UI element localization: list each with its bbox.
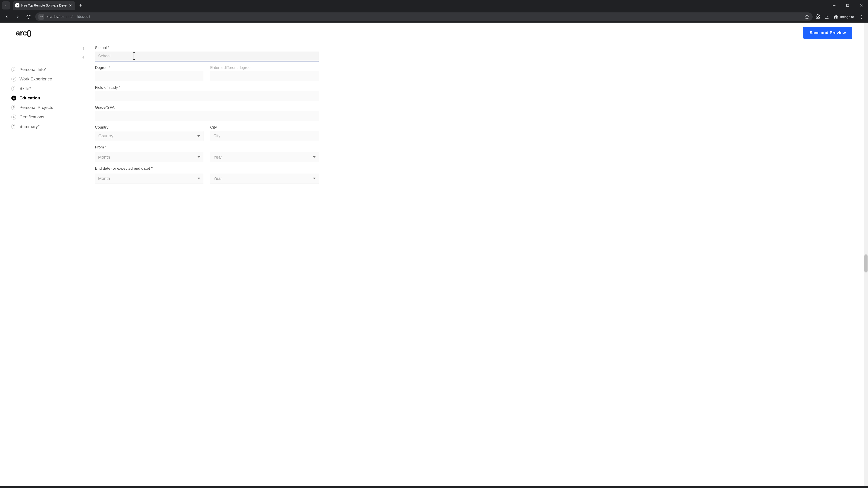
step-label: Personal Info* — [20, 67, 46, 72]
steps-sidebar: 1Personal Info*2Work Experience3Skills*4… — [11, 46, 74, 188]
address-bar-icons — [804, 14, 809, 19]
from-label: From * — [95, 145, 319, 150]
school-input[interactable] — [95, 52, 319, 61]
step-label: Education — [20, 96, 40, 101]
bookmark-icon[interactable] — [804, 14, 809, 19]
svg-point-6 — [42, 16, 42, 16]
step-item-work-experience[interactable]: 2Work Experience — [11, 76, 74, 82]
step-label: Work Experience — [20, 76, 52, 82]
country-placeholder: Country — [98, 133, 114, 138]
tab-favicon: ↗ — [16, 3, 20, 7]
grade-label: Grade/GPA — [95, 105, 319, 110]
browser-chrome: ↗ Hire Top Remote Software Deve ✕ + arc.… — [0, 0, 868, 23]
step-item-certifications[interactable]: 6Certifications — [11, 115, 74, 120]
degree-label: Degree * — [95, 66, 204, 70]
from-month-select[interactable]: Month — [95, 152, 204, 162]
end-year-placeholder: Year — [213, 176, 222, 181]
step-item-personal-projects[interactable]: 5Personal Projects — [11, 105, 74, 110]
browser-menu-button[interactable]: ⋮ — [858, 14, 865, 20]
city-label: City — [210, 125, 319, 130]
chevron-down-icon — [197, 135, 200, 137]
step-item-personal-info[interactable]: 1Personal Info* — [11, 67, 74, 72]
extensions-icon[interactable] — [815, 14, 820, 19]
move-down-icon[interactable] — [81, 55, 86, 59]
site-info-icon[interactable] — [38, 14, 44, 20]
other-degree-label: Enter a different degree — [210, 66, 319, 70]
text-cursor-icon — [132, 53, 135, 60]
step-item-skills[interactable]: 3Skills* — [11, 86, 74, 91]
save-and-preview-button[interactable]: Save and Preview — [803, 27, 852, 39]
end-month-placeholder: Month — [98, 176, 110, 181]
forward-button[interactable] — [13, 13, 22, 21]
other-degree-input[interactable] — [210, 71, 319, 81]
svg-rect-1 — [846, 4, 849, 6]
step-number: 6 — [11, 115, 16, 120]
end-year-select[interactable]: Year — [210, 173, 319, 184]
incognito-indicator[interactable]: Incognito — [833, 14, 854, 19]
browser-tab[interactable]: ↗ Hire Top Remote Software Deve ✕ — [13, 1, 75, 10]
chevron-down-icon — [197, 177, 200, 179]
minimize-button[interactable] — [829, 2, 839, 9]
back-button[interactable] — [3, 13, 11, 21]
page-viewport: arc() Save and Preview 1Personal Info*2W… — [0, 23, 868, 486]
new-tab-button[interactable]: + — [77, 2, 84, 9]
close-window-button[interactable] — [856, 2, 866, 9]
scrollbar-thumb[interactable] — [864, 254, 868, 272]
reload-button[interactable] — [24, 13, 33, 21]
from-year-select[interactable]: Year — [210, 152, 319, 162]
chevron-down-icon — [197, 156, 200, 158]
address-bar: arc.dev/resume/builder/edit Incognito ⋮ — [0, 11, 868, 23]
url-bar[interactable]: arc.dev/resume/builder/edit — [35, 12, 813, 21]
end-date-label: End date (or expected end date) * — [95, 166, 319, 171]
field-of-study-input[interactable] — [95, 91, 319, 101]
svg-point-9 — [836, 18, 837, 19]
page-header: arc() Save and Preview — [0, 23, 868, 39]
url-path: /resume/builder/edit — [58, 15, 90, 19]
step-number: 7 — [11, 124, 16, 129]
window-controls — [829, 2, 866, 9]
from-year-placeholder: Year — [213, 155, 222, 160]
step-number: 4 — [11, 96, 16, 101]
chevron-down-icon — [313, 177, 315, 179]
tab-title: Hire Top Remote Software Deve — [21, 4, 67, 7]
step-number: 1 — [11, 67, 16, 72]
incognito-label: Incognito — [840, 15, 854, 19]
step-number: 3 — [11, 86, 16, 91]
tabs-dropdown-button[interactable] — [2, 1, 10, 9]
field-of-study-label: Field of study * — [95, 86, 319, 90]
end-month-select[interactable]: Month — [95, 173, 204, 184]
chevron-down-icon — [313, 156, 315, 158]
main-layout: 1Personal Info*2Work Experience3Skills*4… — [0, 39, 868, 188]
svg-point-7 — [42, 17, 42, 17]
step-number: 2 — [11, 76, 16, 82]
step-item-summary[interactable]: 7Summary* — [11, 124, 74, 129]
city-input[interactable] — [210, 131, 319, 141]
country-select[interactable]: Country — [95, 131, 204, 141]
downloads-icon[interactable] — [825, 14, 829, 19]
svg-point-8 — [834, 18, 835, 19]
scrollbar-track[interactable] — [864, 23, 868, 486]
toolbar-icons: Incognito ⋮ — [815, 14, 865, 20]
step-nav: 1Personal Info*2Work Experience3Skills*4… — [11, 67, 74, 129]
url-text: arc.dev/resume/builder/edit — [46, 15, 802, 19]
url-host: arc.dev — [46, 15, 58, 19]
arc-logo[interactable]: arc() — [16, 29, 31, 37]
step-label: Certifications — [20, 115, 44, 120]
education-form: School * Degree * Enter a different degr… — [95, 46, 319, 188]
step-label: Summary* — [20, 124, 39, 129]
school-label: School * — [95, 46, 319, 50]
tab-bar: ↗ Hire Top Remote Software Deve ✕ + — [0, 0, 868, 11]
grade-input[interactable] — [95, 111, 319, 121]
step-number: 5 — [11, 105, 16, 110]
move-up-icon[interactable] — [81, 46, 86, 51]
step-label: Skills* — [20, 86, 31, 91]
degree-input[interactable] — [95, 71, 204, 81]
step-item-education[interactable]: 4Education — [11, 96, 74, 101]
reorder-controls — [81, 46, 88, 188]
maximize-button[interactable] — [843, 2, 852, 9]
close-icon[interactable]: ✕ — [68, 3, 72, 7]
step-label: Personal Projects — [20, 105, 53, 110]
country-label: Country — [95, 125, 204, 130]
from-month-placeholder: Month — [98, 155, 110, 160]
